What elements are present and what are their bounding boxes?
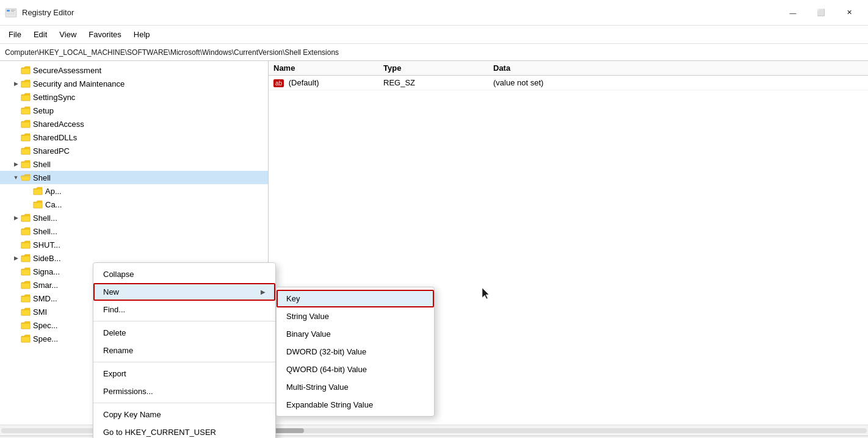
tree-item-shell-collapsed[interactable]: ▶ Shell: [0, 157, 268, 171]
tree-label: Shell...: [33, 227, 57, 236]
menu-item-help[interactable]: Help: [128, 27, 156, 41]
ctx-copy-key-name[interactable]: Copy Key Name: [93, 406, 275, 423]
table-row[interactable]: ab (Default) REG_SZ (value not set): [269, 76, 868, 90]
ctx-export[interactable]: Export: [93, 365, 275, 382]
tree-item-security-maintenance[interactable]: ▶ Security and Maintenance: [0, 77, 268, 90]
tree-label: SharedAccess: [33, 120, 84, 129]
folder-icon: [21, 120, 31, 128]
name-cell: ab (Default): [269, 76, 378, 90]
sub-string-label: String Value: [286, 312, 329, 321]
tree-item-secureassessment[interactable]: SecureAssessment: [0, 63, 268, 77]
menu-item-favorites[interactable]: Favorites: [82, 27, 127, 41]
folder-icon: [21, 93, 31, 101]
app-title: Registry Editor: [22, 8, 74, 17]
tree-item-ca[interactable]: Ca...: [0, 198, 268, 211]
no-expand-icon: [12, 66, 20, 74]
tree-item-shareddlls[interactable]: SharedDLLs: [0, 131, 268, 144]
no-expand-icon: [12, 107, 20, 114]
data-cell: (value not set): [488, 76, 868, 90]
no-expand-icon: [12, 321, 20, 329]
folder-icon: [21, 334, 31, 343]
sub-key[interactable]: Key: [277, 290, 434, 307]
tree-label: Shell: [33, 173, 51, 182]
tree-item-shell-selected[interactable]: ▼ Shell: [0, 171, 268, 184]
expand-icon: ▶: [12, 160, 20, 168]
no-expand-icon: [12, 335, 20, 342]
folder-icon: [21, 307, 31, 316]
tree-item-shell3[interactable]: Shell...: [0, 224, 268, 238]
ctx-collapse-label: Collapse: [103, 270, 134, 279]
no-expand-icon: [24, 187, 32, 195]
ctx-export-label: Export: [103, 369, 126, 378]
ctx-goto-hkcu[interactable]: Go to HKEY_CURRENT_USER: [93, 423, 275, 438]
tree-label: SideB...: [33, 254, 61, 263]
title-controls: — ⬜ ✕: [779, 0, 863, 26]
col-name: Name: [269, 61, 378, 76]
folder-icon: [21, 227, 31, 235]
tree-item-shut[interactable]: SHUT...: [0, 238, 268, 251]
expand-icon: ▶: [12, 254, 20, 262]
tree-label: SHUT...: [33, 240, 60, 250]
tree-label: SecureAssessment: [33, 66, 101, 75]
sub-multistring-value[interactable]: Multi-String Value: [277, 378, 434, 396]
folder-icon: [21, 267, 31, 276]
no-expand-icon: [12, 93, 20, 101]
title-bar-left: Registry Editor: [5, 7, 74, 19]
folder-icon: [33, 187, 43, 195]
sub-binary-value[interactable]: Binary Value: [277, 325, 434, 343]
tree-label: Shell...: [33, 214, 57, 223]
no-expand-icon: [12, 295, 20, 302]
ctx-find-label: Find...: [103, 305, 125, 314]
tree-label: Ap...: [45, 187, 62, 196]
menu-item-edit[interactable]: Edit: [27, 27, 53, 41]
sub-expandable-value[interactable]: Expandable String Value: [277, 396, 434, 414]
ctx-permissions[interactable]: Permissions...: [93, 382, 275, 400]
menu-item-file[interactable]: File: [2, 27, 27, 41]
tree-label: SMI: [33, 307, 47, 317]
no-expand-icon: [12, 147, 20, 154]
ctx-new[interactable]: New ▶: [93, 283, 275, 301]
sub-qword-value[interactable]: QWORD (64-bit) Value: [277, 361, 434, 378]
ctx-delete[interactable]: Delete: [93, 324, 275, 342]
app-icon: [5, 7, 17, 19]
minimize-button[interactable]: —: [779, 0, 807, 26]
ctx-find[interactable]: Find...: [93, 301, 275, 318]
tree-label: Setup: [33, 106, 54, 115]
maximize-button[interactable]: ⬜: [807, 0, 835, 26]
folder-icon: [21, 321, 31, 329]
svg-rect-2: [11, 10, 15, 10]
folder-icon: [21, 160, 31, 168]
type-cell: REG_SZ: [378, 76, 488, 90]
close-button[interactable]: ✕: [835, 0, 863, 26]
ctx-sep3: [93, 403, 275, 403]
tree-label: Spee...: [33, 334, 58, 343]
registry-table: Name Type Data ab (Default) REG_SZ (valu…: [269, 61, 868, 90]
menu-item-view[interactable]: View: [53, 27, 82, 41]
col-type: Type: [378, 61, 488, 76]
sub-binary-label: Binary Value: [286, 329, 331, 339]
tree-item-sharedpc[interactable]: SharedPC: [0, 144, 268, 157]
ctx-rename[interactable]: Rename: [93, 342, 275, 359]
ctx-new-arrow: ▶: [261, 289, 266, 295]
sub-qword-label: QWORD (64-bit) Value: [286, 365, 367, 374]
tree-item-settingsync[interactable]: SettingSync: [0, 90, 268, 104]
sub-string-value[interactable]: String Value: [277, 307, 434, 325]
folder-icon: [21, 214, 31, 222]
address-bar: Computer\HKEY_LOCAL_MACHINE\SOFTWARE\Mic…: [0, 44, 868, 61]
sub-dword-value[interactable]: DWORD (32-bit) Value: [277, 343, 434, 361]
tree-item-ap[interactable]: Ap...: [0, 184, 268, 198]
tree-item-setup[interactable]: Setup: [0, 104, 268, 117]
tree-item-sharedaccess[interactable]: SharedAccess: [0, 117, 268, 131]
svg-rect-1: [7, 10, 10, 12]
svg-rect-5: [7, 14, 14, 15]
tree-item-shell2[interactable]: ▶ Shell...: [0, 211, 268, 224]
ctx-collapse[interactable]: Collapse: [93, 265, 275, 283]
ctx-new-label: New: [103, 287, 119, 296]
sub-multistring-label: Multi-String Value: [286, 382, 349, 392]
tree-label: SharedPC: [33, 146, 70, 156]
tree-label: Spec...: [33, 321, 57, 330]
folder-open-icon: [21, 173, 31, 182]
no-expand-icon: [12, 308, 20, 315]
no-expand-icon: [12, 281, 20, 289]
tree-label: Signa...: [33, 267, 60, 276]
